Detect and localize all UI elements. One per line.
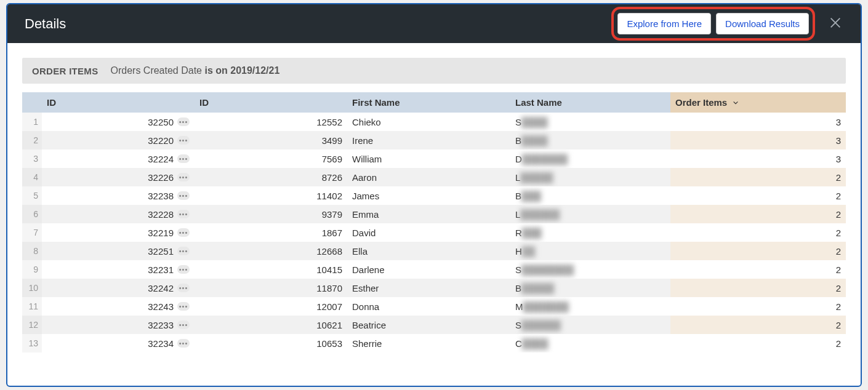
cell-order-items[interactable]: 3 bbox=[670, 149, 846, 168]
cell-order-items[interactable]: 2 bbox=[670, 242, 846, 260]
cell-id1[interactable]: 32233••• bbox=[42, 316, 195, 334]
cell-id2[interactable]: 10415 bbox=[195, 260, 347, 279]
table-row: 932231•••10415DarleneS████████2 bbox=[22, 260, 846, 279]
more-icon[interactable]: ••• bbox=[177, 154, 190, 163]
table-row: 732219•••1867DavidR███2 bbox=[22, 223, 846, 242]
cell-id1[interactable]: 32251••• bbox=[42, 242, 195, 260]
more-icon[interactable]: ••• bbox=[177, 302, 190, 311]
cell-id1[interactable]: 32234••• bbox=[42, 334, 195, 352]
table-row: 1232233•••10621BeatriceS██████2 bbox=[22, 316, 846, 334]
cell-order-items[interactable]: 2 bbox=[670, 223, 846, 242]
cell-first-name[interactable]: Esther bbox=[347, 279, 510, 297]
results-table-wrap[interactable]: ID ID First Name Last Name Order Items 1… bbox=[22, 92, 846, 386]
row-number: 10 bbox=[22, 279, 42, 297]
cell-id1[interactable]: 32243••• bbox=[42, 297, 195, 316]
more-icon[interactable]: ••• bbox=[177, 191, 190, 200]
cell-last-name[interactable]: H██ bbox=[510, 242, 670, 260]
table-row: 1332234•••10653SherrieC████2 bbox=[22, 334, 846, 352]
cell-last-name[interactable]: S████████ bbox=[510, 260, 670, 279]
more-icon[interactable]: ••• bbox=[177, 173, 190, 181]
download-results-button[interactable]: Download Results bbox=[716, 13, 809, 34]
more-icon[interactable]: ••• bbox=[177, 136, 190, 145]
cell-id2[interactable]: 1867 bbox=[195, 223, 347, 242]
cell-first-name[interactable]: William bbox=[347, 149, 510, 168]
cell-id1[interactable]: 32228••• bbox=[42, 205, 195, 223]
cell-id2[interactable]: 7569 bbox=[195, 149, 347, 168]
cell-order-items[interactable]: 2 bbox=[670, 297, 846, 316]
cell-last-name[interactable]: B███ bbox=[510, 186, 670, 205]
cell-order-items[interactable]: 2 bbox=[670, 168, 846, 186]
more-icon[interactable]: ••• bbox=[177, 339, 190, 348]
cell-last-name[interactable]: B████ bbox=[510, 131, 670, 149]
cell-order-items[interactable]: 2 bbox=[670, 316, 846, 334]
cell-last-name[interactable]: L██████ bbox=[510, 205, 670, 223]
cell-id2[interactable]: 11402 bbox=[195, 186, 347, 205]
col-id2[interactable]: ID bbox=[195, 92, 347, 113]
cell-first-name[interactable]: Aaron bbox=[347, 168, 510, 186]
close-button[interactable] bbox=[825, 12, 846, 35]
cell-order-items[interactable]: 2 bbox=[670, 205, 846, 223]
cell-first-name[interactable]: Ella bbox=[347, 242, 510, 260]
cell-order-items[interactable]: 2 bbox=[670, 334, 846, 352]
cell-last-name[interactable]: M███████ bbox=[510, 297, 670, 316]
cell-last-name[interactable]: C████ bbox=[510, 334, 670, 352]
col-order-items[interactable]: Order Items bbox=[670, 92, 846, 113]
cell-first-name[interactable]: Beatrice bbox=[347, 316, 510, 334]
cell-id1[interactable]: 32224••• bbox=[42, 149, 195, 168]
cell-order-items[interactable]: 3 bbox=[670, 131, 846, 149]
row-number: 11 bbox=[22, 297, 42, 316]
cell-id1[interactable]: 32220••• bbox=[42, 131, 195, 149]
more-icon[interactable]: ••• bbox=[177, 284, 190, 292]
more-icon[interactable]: ••• bbox=[177, 247, 190, 255]
cell-id1[interactable]: 32238••• bbox=[42, 186, 195, 205]
cell-first-name[interactable]: Emma bbox=[347, 205, 510, 223]
cell-first-name[interactable]: Donna bbox=[347, 297, 510, 316]
cell-first-name[interactable]: James bbox=[347, 186, 510, 205]
cell-first-name[interactable]: Sherrie bbox=[347, 334, 510, 352]
cell-last-name[interactable]: B█████ bbox=[510, 279, 670, 297]
more-icon[interactable]: ••• bbox=[177, 320, 190, 329]
cell-first-name[interactable]: Chieko bbox=[347, 113, 510, 131]
cell-id2[interactable]: 10621 bbox=[195, 316, 347, 334]
cell-last-name[interactable]: D███████ bbox=[510, 149, 670, 168]
row-number: 2 bbox=[22, 131, 42, 149]
cell-first-name[interactable]: Irene bbox=[347, 131, 510, 149]
filter-field: Orders Created Date bbox=[110, 65, 202, 76]
cell-id2[interactable]: 11870 bbox=[195, 279, 347, 297]
cell-order-items[interactable]: 2 bbox=[670, 186, 846, 205]
cell-id2[interactable]: 12668 bbox=[195, 242, 347, 260]
cell-last-name[interactable]: S████ bbox=[510, 113, 670, 131]
cell-order-items[interactable]: 2 bbox=[670, 260, 846, 279]
cell-last-name[interactable]: S██████ bbox=[510, 316, 670, 334]
cell-id2[interactable]: 12007 bbox=[195, 297, 347, 316]
table-row: 132250•••12552ChiekoS████3 bbox=[22, 113, 846, 131]
explore-from-here-button[interactable]: Explore from Here bbox=[617, 13, 711, 34]
cell-id1[interactable]: 32226••• bbox=[42, 168, 195, 186]
more-icon[interactable]: ••• bbox=[177, 210, 190, 218]
cell-first-name[interactable]: Darlene bbox=[347, 260, 510, 279]
more-icon[interactable]: ••• bbox=[177, 228, 190, 237]
more-icon[interactable]: ••• bbox=[177, 265, 190, 274]
close-icon bbox=[829, 16, 842, 30]
cell-last-name[interactable]: L█████ bbox=[510, 168, 670, 186]
cell-id1[interactable]: 32231••• bbox=[42, 260, 195, 279]
cell-id1[interactable]: 32242••• bbox=[42, 279, 195, 297]
cell-last-name[interactable]: R███ bbox=[510, 223, 670, 242]
cell-first-name[interactable]: David bbox=[347, 223, 510, 242]
col-order-items-label: Order Items bbox=[675, 97, 727, 108]
cell-id1[interactable]: 32250••• bbox=[42, 113, 195, 131]
cell-id2[interactable]: 8726 bbox=[195, 168, 347, 186]
modal-title: Details bbox=[25, 16, 66, 32]
cell-id2[interactable]: 10653 bbox=[195, 334, 347, 352]
more-icon[interactable]: ••• bbox=[177, 117, 190, 126]
cell-order-items[interactable]: 2 bbox=[670, 279, 846, 297]
col-id1[interactable]: ID bbox=[42, 92, 195, 113]
cell-id1[interactable]: 32219••• bbox=[42, 223, 195, 242]
cell-id2[interactable]: 9379 bbox=[195, 205, 347, 223]
cell-order-items[interactable]: 3 bbox=[670, 113, 846, 131]
header-actions: Explore from Here Download Results bbox=[611, 7, 846, 41]
cell-id2[interactable]: 3499 bbox=[195, 131, 347, 149]
col-last-name[interactable]: Last Name bbox=[510, 92, 670, 113]
col-first-name[interactable]: First Name bbox=[347, 92, 510, 113]
cell-id2[interactable]: 12552 bbox=[195, 113, 347, 131]
